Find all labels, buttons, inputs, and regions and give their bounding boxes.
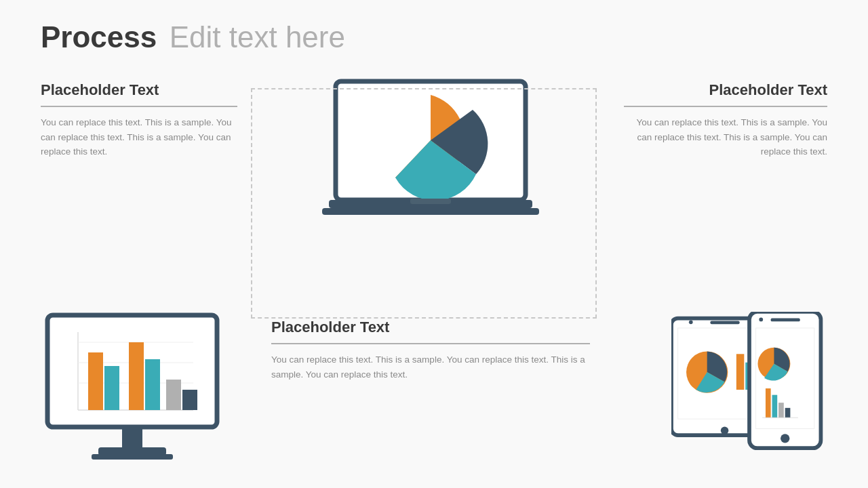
title-area: Process Edit text here <box>41 20 827 54</box>
monitor-area <box>41 305 251 481</box>
svg-point-35 <box>781 434 789 443</box>
svg-rect-13 <box>104 366 119 410</box>
svg-rect-18 <box>122 427 142 447</box>
top-right-divider <box>624 106 827 107</box>
svg-rect-37 <box>766 388 771 418</box>
slide: Process Edit text here Placeholder Text … <box>0 0 868 488</box>
svg-rect-12 <box>88 352 103 410</box>
laptop-icon <box>322 75 539 230</box>
svg-rect-15 <box>145 359 160 410</box>
bottom-center-body: You can replace this text. This is a sam… <box>271 352 590 382</box>
svg-rect-38 <box>772 395 778 418</box>
top-left-body: You can replace this text. This is a sam… <box>41 115 237 159</box>
laptop-area <box>251 75 610 305</box>
title-sub: Edit text here <box>170 20 345 54</box>
bottom-center-text-block: Placeholder Text You can replace this te… <box>251 305 610 481</box>
svg-rect-26 <box>736 354 744 390</box>
svg-rect-4 <box>410 199 451 204</box>
top-left-divider <box>41 106 237 107</box>
svg-rect-20 <box>92 454 173 460</box>
svg-rect-3 <box>322 208 539 215</box>
monitor-icon <box>41 312 224 481</box>
svg-rect-40 <box>785 408 791 418</box>
svg-point-34 <box>759 318 763 322</box>
top-left-heading: Placeholder Text <box>41 81 237 99</box>
svg-rect-16 <box>166 380 181 410</box>
top-left-text-block: Placeholder Text You can replace this te… <box>41 75 251 305</box>
bottom-center-divider <box>271 343 590 344</box>
bottom-center-heading: Placeholder Text <box>271 319 590 336</box>
svg-point-30 <box>721 427 728 434</box>
title-main: Process <box>41 20 157 54</box>
svg-rect-33 <box>771 319 800 322</box>
devices-icon <box>671 312 827 455</box>
svg-rect-17 <box>182 390 197 410</box>
svg-rect-14 <box>129 342 144 410</box>
top-right-body: You can replace this text. This is a sam… <box>624 115 827 159</box>
svg-rect-39 <box>778 403 784 418</box>
devices-area <box>610 305 827 481</box>
top-right-heading: Placeholder Text <box>624 81 827 99</box>
svg-point-24 <box>689 320 693 324</box>
top-right-text-block: Placeholder Text You can replace this te… <box>610 75 827 305</box>
svg-rect-23 <box>711 321 740 324</box>
